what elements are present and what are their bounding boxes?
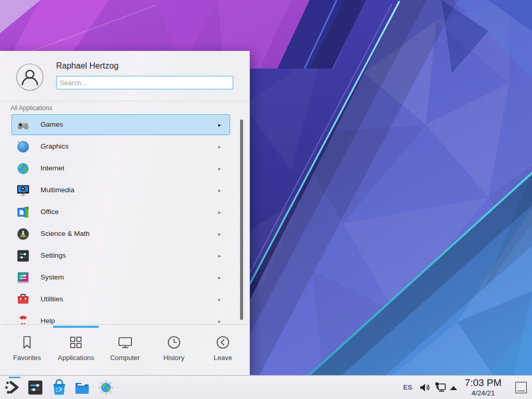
favorites-icon	[19, 334, 35, 351]
list-item-label: Utilities	[41, 288, 63, 310]
list-item-settings[interactable]: Settings ▸	[0, 245, 250, 267]
utilities-icon	[16, 292, 30, 307]
category-list: Games ▸ Graphics ▸	[0, 114, 250, 325]
submenu-arrow-icon: ▸	[218, 288, 221, 310]
list-item-games[interactable]: Games ▸	[0, 114, 250, 136]
clock-time: 7:03 PM	[460, 377, 506, 389]
submenu-arrow-icon: ▸	[218, 310, 221, 325]
tab-label: History	[150, 354, 198, 362]
clock-date: 4/24/21	[460, 389, 506, 397]
launcher-tab-bar: Favorites Applications C	[3, 328, 247, 373]
web-browser-icon[interactable]	[98, 379, 114, 396]
user-avatar[interactable]	[16, 63, 44, 91]
list-item-utilities[interactable]: Utilities ▸	[0, 288, 250, 310]
show-desktop-button[interactable]	[515, 382, 527, 393]
submenu-arrow-icon: ▸	[218, 201, 221, 223]
submenu-arrow-icon: ▸	[218, 267, 221, 288]
tab-label: Favorites	[3, 354, 51, 362]
multimedia-icon	[16, 183, 30, 197]
list-item-label: Internet	[41, 157, 64, 179]
submenu-arrow-icon: ▸	[218, 114, 221, 136]
dolphin-file-manager-icon[interactable]	[74, 379, 90, 396]
submenu-arrow-icon: ▸	[218, 179, 221, 201]
header-divider	[0, 101, 249, 101]
computer-icon	[117, 334, 134, 351]
tray-expander-arrow-icon[interactable]	[450, 386, 457, 390]
tab-applications[interactable]: Applications	[51, 328, 100, 373]
list-item-label: Graphics	[41, 136, 69, 157]
office-icon	[16, 205, 30, 219]
taskbar-panel: ES 7:03 PM 4/24/21	[0, 375, 532, 399]
tab-label: Computer	[100, 354, 149, 362]
submenu-arrow-icon: ▸	[218, 136, 221, 157]
list-item-graphics[interactable]: Graphics ▸	[0, 136, 250, 157]
system-icon	[16, 271, 30, 285]
section-label: All Applications	[10, 104, 52, 112]
volume-icon[interactable]	[419, 381, 431, 394]
list-item-help[interactable]: Help ▸	[0, 310, 250, 325]
applications-icon	[68, 334, 84, 351]
list-item-science[interactable]: Science & Math ▸	[0, 223, 250, 245]
footer-divider	[2, 324, 248, 325]
list-item-label: System	[41, 267, 64, 288]
user-name: Raphael Hertzog	[56, 61, 118, 71]
launcher-header: Raphael Hertzog	[0, 51, 249, 101]
system-settings-icon[interactable]	[27, 379, 44, 396]
tab-label: Leave	[198, 354, 247, 362]
app-launcher-button[interactable]	[4, 379, 21, 396]
science-icon	[16, 227, 30, 241]
games-icon	[16, 118, 30, 132]
keyboard-layout-indicator[interactable]: ES	[403, 376, 412, 399]
list-scrollbar[interactable]	[240, 119, 243, 320]
submenu-arrow-icon: ▸	[218, 223, 221, 245]
discover-software-center-icon[interactable]	[51, 379, 68, 396]
internet-icon	[16, 162, 30, 176]
graphics-icon	[16, 140, 30, 154]
desktop: Raphael Hertzog All Applications	[0, 0, 532, 399]
list-item-multimedia[interactable]: Multimedia ▸	[0, 179, 250, 201]
list-item-internet[interactable]: Internet ▸	[0, 157, 250, 179]
tab-favorites[interactable]: Favorites	[3, 328, 51, 373]
help-icon	[16, 314, 30, 325]
submenu-arrow-icon: ▸	[218, 245, 221, 267]
history-icon	[166, 334, 182, 351]
search-input[interactable]	[56, 76, 233, 89]
list-item-label: Settings	[41, 245, 66, 267]
tab-label: Applications	[51, 354, 100, 362]
application-launcher-menu: Raphael Hertzog All Applications	[0, 51, 250, 375]
list-item-label: Help	[41, 310, 55, 325]
digital-clock[interactable]: 7:03 PM 4/24/21	[460, 377, 506, 397]
list-item-label: Games	[41, 114, 63, 136]
settings-icon	[16, 249, 30, 263]
wired-network-icon[interactable]	[434, 381, 447, 394]
tab-leave[interactable]: Leave	[198, 328, 247, 373]
tab-history[interactable]: History	[150, 328, 198, 373]
launcher-active-indicator	[9, 377, 20, 378]
list-item-label: Office	[41, 201, 59, 223]
tab-computer[interactable]: Computer	[100, 328, 149, 373]
list-item-label: Multimedia	[41, 179, 74, 201]
submenu-arrow-icon: ▸	[218, 157, 221, 179]
list-item-office[interactable]: Office ▸	[0, 201, 250, 223]
leave-icon	[215, 334, 231, 351]
list-item-label: Science & Math	[41, 223, 90, 245]
list-item-system[interactable]: System ▸	[0, 267, 250, 288]
